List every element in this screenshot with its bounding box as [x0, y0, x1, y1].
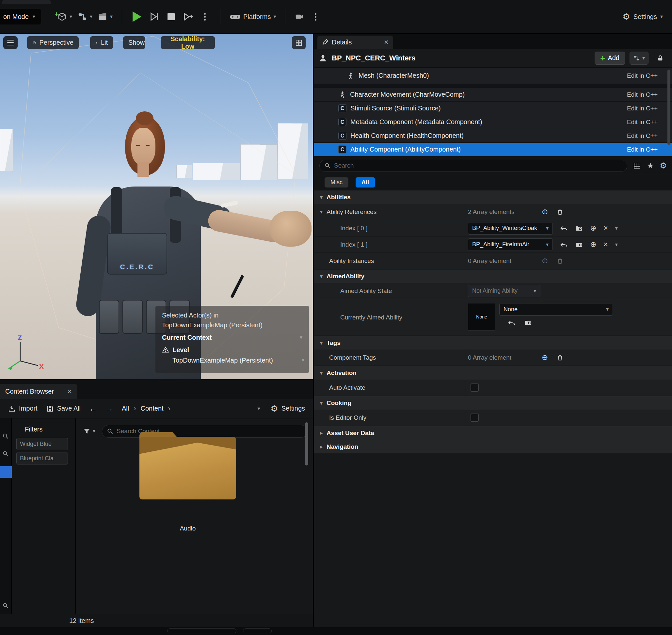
- path-dropdown[interactable]: ▾: [174, 406, 265, 411]
- level-select[interactable]: TopDownExampleMap (Persistent) ▾: [173, 355, 304, 365]
- blueprint-edit-dropdown[interactable]: ▾: [630, 51, 649, 65]
- blueprints-button[interactable]: ▾: [75, 8, 95, 25]
- filter-chip-widget-blueprint[interactable]: Widget Blue: [16, 438, 68, 450]
- add-element-button[interactable]: ⊕: [590, 224, 596, 232]
- is-editor-only-checkbox[interactable]: [471, 414, 479, 422]
- breadcrumb-all[interactable]: All: [122, 405, 129, 412]
- status-bar-button[interactable]: [167, 629, 237, 633]
- content-search[interactable]: [102, 425, 308, 438]
- component-row-mesh[interactable]: Mesh (CharacterMesh0) Edit in C++: [314, 68, 672, 84]
- add-element-button[interactable]: ⊕: [590, 241, 596, 248]
- section-aimed-ability[interactable]: ▾ AimedAbility: [314, 269, 672, 283]
- status-bar-button[interactable]: [243, 629, 272, 633]
- browse-to-asset-button[interactable]: [575, 224, 583, 232]
- filter-all[interactable]: All: [356, 177, 375, 188]
- breadcrumb-content[interactable]: Content: [141, 405, 163, 412]
- play-button[interactable]: [129, 8, 145, 25]
- use-selected-asset-button[interactable]: [560, 241, 568, 248]
- aimed-ability-state-dropdown[interactable]: Not Aiming Ability ▾: [468, 285, 540, 297]
- section-activation[interactable]: ▾ Activation: [314, 366, 672, 379]
- details-settings-button[interactable]: ⚙: [659, 162, 667, 170]
- lit-mode-dropdown[interactable]: Lit: [90, 36, 113, 49]
- edit-in-cpp-link[interactable]: Edit in C++: [627, 132, 672, 139]
- ability-ref-0-dropdown[interactable]: BP_Ability_WintersCloak ▾: [468, 222, 553, 235]
- filters-dropdown-button[interactable]: ▾: [81, 425, 97, 438]
- use-selected-asset-button[interactable]: [508, 319, 516, 327]
- edit-in-cpp-link[interactable]: Edit in C++: [627, 72, 672, 79]
- edit-in-cpp-link[interactable]: Edit in C++: [627, 118, 672, 126]
- clear-array-button[interactable]: [556, 257, 564, 265]
- section-cooking[interactable]: ▾ Cooking: [314, 396, 672, 410]
- clear-array-button[interactable]: [556, 209, 564, 216]
- add-array-element-button[interactable]: ⊕: [542, 354, 548, 361]
- scalability-badge[interactable]: Scalability: Low: [161, 36, 215, 49]
- favorites-button[interactable]: ★: [647, 162, 654, 170]
- window-tab[interactable]: [2, 0, 51, 4]
- cinematics-button[interactable]: ▾: [95, 8, 115, 25]
- back-button[interactable]: ←: [87, 402, 99, 415]
- search-icon[interactable]: [2, 451, 9, 457]
- element-options-button[interactable]: ▾: [615, 242, 618, 247]
- add-array-element-button[interactable]: ⊕: [542, 257, 548, 265]
- filter-chip-blueprint-class[interactable]: Blueprint Cla: [16, 452, 68, 464]
- component-row-character-movement[interactable]: Character Movement (CharMoveComp) Edit i…: [314, 88, 672, 102]
- section-abilities[interactable]: ▾ Abilities: [314, 190, 672, 204]
- skip-to-frame-button[interactable]: [145, 8, 163, 25]
- filter-misc[interactable]: Misc: [324, 177, 349, 188]
- rail-selected-item[interactable]: [0, 466, 12, 478]
- close-icon[interactable]: ×: [384, 38, 388, 46]
- editor-mode-dropdown[interactable]: on Mode ▾: [0, 9, 41, 24]
- auto-activate-checkbox[interactable]: [471, 384, 479, 392]
- search-icon[interactable]: [2, 433, 9, 439]
- edit-in-cpp-link[interactable]: Edit in C++: [627, 146, 672, 153]
- clear-array-button[interactable]: [556, 354, 564, 361]
- details-search[interactable]: [319, 160, 627, 172]
- component-row-ability-selected[interactable]: C Ability Component (AbilityComponent) E…: [314, 143, 672, 156]
- chevron-down-icon[interactable]: ▾: [320, 210, 322, 215]
- ability-ref-1-dropdown[interactable]: BP_Ability_FireIntoAir ▾: [468, 238, 553, 251]
- browse-to-asset-button[interactable]: [575, 241, 583, 248]
- add-actor-button[interactable]: + ▾: [54, 8, 75, 25]
- section-navigation[interactable]: ▸ Navigation: [314, 440, 672, 453]
- clear-reference-button[interactable]: ×: [603, 241, 608, 248]
- launch-button[interactable]: [180, 8, 197, 25]
- current-context-row[interactable]: Current Context ▾: [162, 332, 303, 342]
- display-settings-button[interactable]: [633, 162, 641, 170]
- components-scrollbar[interactable]: [667, 70, 670, 145]
- component-row-health[interactable]: C Health Component (HealthComponent) Edi…: [314, 129, 672, 143]
- viewport-menu-button[interactable]: [3, 36, 18, 49]
- content-scrollbar[interactable]: [305, 422, 308, 465]
- viewport-layout-button[interactable]: [292, 36, 306, 49]
- asset-thumbnail[interactable]: None: [468, 303, 495, 331]
- section-asset-user-data[interactable]: ▸ Asset User Data: [314, 426, 672, 440]
- component-row-metadata[interactable]: C Metadata Component (Metadata Component…: [314, 115, 672, 129]
- close-icon[interactable]: ×: [67, 388, 72, 395]
- currently-aimed-dropdown[interactable]: None ▾: [499, 303, 613, 315]
- import-button[interactable]: Import: [5, 401, 40, 416]
- section-tags[interactable]: ▾ Tags: [314, 336, 672, 350]
- forward-button[interactable]: →: [103, 402, 116, 415]
- tab-details[interactable]: Details ×: [317, 36, 393, 49]
- edit-in-cpp-link[interactable]: Edit in C++: [627, 105, 672, 112]
- camera-preview-button[interactable]: [292, 8, 307, 25]
- lock-button[interactable]: [653, 51, 667, 65]
- settings-dropdown[interactable]: ⚙ Settings ▾: [619, 8, 666, 25]
- use-selected-asset-button[interactable]: [560, 224, 568, 232]
- play-options-kebab[interactable]: [197, 8, 214, 25]
- search-icon[interactable]: [2, 602, 9, 609]
- perspective-dropdown[interactable]: Perspective: [27, 36, 79, 49]
- save-all-button[interactable]: Save All: [43, 401, 83, 416]
- add-component-button[interactable]: + Add: [595, 51, 625, 65]
- toolbar-kebab[interactable]: [307, 8, 324, 25]
- edit-in-cpp-link[interactable]: Edit in C++: [627, 91, 672, 98]
- content-browser-settings-button[interactable]: ⚙ Settings: [268, 401, 308, 416]
- stop-button[interactable]: [163, 8, 180, 25]
- clear-reference-button[interactable]: ×: [603, 224, 608, 232]
- add-array-element-button[interactable]: ⊕: [542, 208, 548, 216]
- show-flags-dropdown[interactable]: Show: [123, 36, 145, 49]
- tab-content-browser[interactable]: Content Browser ×: [0, 384, 77, 399]
- folder-tile-audio[interactable]: Audio: [139, 437, 236, 532]
- component-row-stimuli-source[interactable]: C Stimuli Source (Stimuli Source) Edit i…: [314, 102, 672, 115]
- details-search-input[interactable]: [334, 162, 622, 169]
- element-options-button[interactable]: ▾: [615, 226, 618, 231]
